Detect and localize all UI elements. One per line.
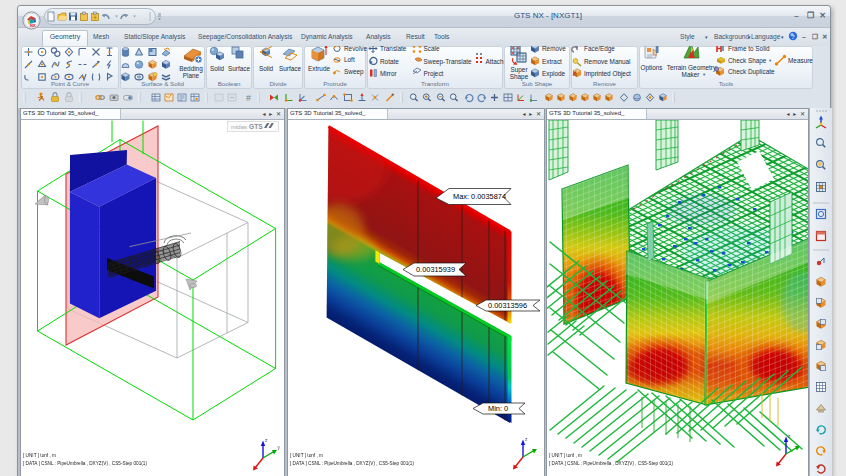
svg-text:Shape: Shape — [510, 73, 529, 81]
svg-text:Max: 0.0035874: Max: 0.0035874 — [453, 192, 506, 201]
svg-text:y: y — [278, 445, 281, 450]
svg-text:Surface: Surface — [279, 65, 301, 72]
svg-text:Project: Project — [424, 70, 444, 78]
svg-text:Maker: Maker — [682, 71, 701, 78]
svg-text:midas: midas — [231, 124, 247, 130]
svg-text:0.00315939: 0.00315939 — [416, 265, 455, 274]
svg-text:Remove Manual: Remove Manual — [584, 58, 631, 65]
svg-text:Scale: Scale — [424, 46, 440, 52]
svg-text:Imprinted Object: Imprinted Object — [584, 70, 631, 78]
svg-text:Attach: Attach — [486, 58, 505, 65]
svg-text:Solid: Solid — [210, 65, 225, 72]
svg-text:Surface: Surface — [228, 65, 250, 72]
svg-text:Remove: Remove — [593, 80, 617, 87]
svg-text:GTS: GTS — [249, 123, 263, 130]
svg-text:Divide: Divide — [269, 80, 287, 87]
svg-text:Frame to Solid: Frame to Solid — [728, 46, 770, 52]
svg-text:Transform: Transform — [421, 80, 449, 87]
svg-text:Options: Options — [640, 64, 662, 72]
svg-text:Extrude: Extrude — [308, 65, 330, 72]
svg-text:Extract: Extract — [542, 58, 562, 65]
svg-text:#: # — [246, 93, 251, 103]
svg-text:Solid: Solid — [259, 65, 274, 72]
svg-text:Translate: Translate — [380, 46, 407, 52]
svg-text:Plane: Plane — [183, 72, 200, 79]
svg-text:Boolean: Boolean — [218, 80, 241, 87]
svg-text:Check Shape: Check Shape — [728, 57, 767, 65]
svg-text:Sweep-Translate: Sweep-Translate — [424, 58, 473, 66]
svg-text:Rotate: Rotate — [380, 58, 399, 65]
svg-text:Mirror: Mirror — [380, 70, 398, 77]
svg-text:NX: NX — [30, 23, 36, 28]
svg-text:?: ? — [791, 33, 794, 41]
svg-text:Revolve: Revolve — [344, 46, 368, 52]
svg-text:z: z — [525, 437, 528, 442]
svg-text:0.00313596: 0.00313596 — [488, 301, 527, 310]
svg-text:Sub Shape: Sub Shape — [522, 80, 553, 87]
svg-text:Tools: Tools — [719, 80, 733, 87]
svg-text:Surface & Solid: Surface & Solid — [141, 80, 184, 87]
svg-text:Check Duplicate: Check Duplicate — [728, 68, 775, 76]
svg-text:Measure: Measure — [788, 57, 813, 64]
svg-text:Explode: Explode — [542, 70, 566, 78]
svg-text:z: z — [265, 438, 268, 443]
svg-text:Loft: Loft — [344, 56, 355, 63]
svg-text:Protrude: Protrude — [323, 80, 347, 87]
svg-text:Sweep: Sweep — [344, 68, 364, 76]
svg-text:Face/Edge: Face/Edge — [584, 46, 615, 53]
svg-text:Remove: Remove — [542, 46, 566, 52]
svg-text:Min: 0: Min: 0 — [488, 404, 508, 413]
